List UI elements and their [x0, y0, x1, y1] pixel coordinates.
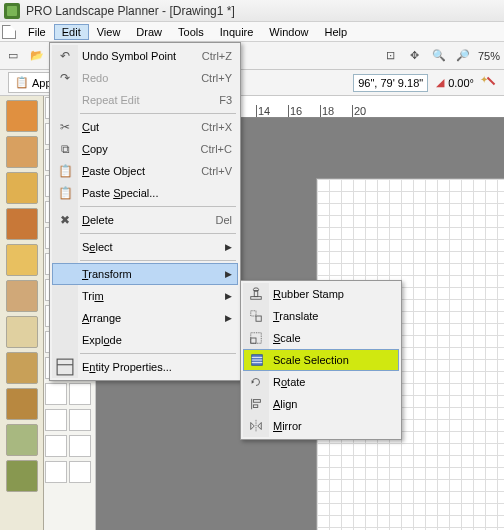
zoom-in-button[interactable]: 🔍 [428, 45, 450, 67]
small-tool-24[interactable] [69, 383, 91, 405]
rubber-stamp-icon [247, 285, 265, 303]
pan-button[interactable]: ✥ [404, 45, 426, 67]
translate-icon [247, 307, 265, 325]
title-bar: PRO Landscape Planner - [Drawing1 *] [0, 0, 504, 22]
svg-rect-16 [253, 405, 257, 408]
menu-file[interactable]: File [20, 24, 54, 40]
chevron-right-icon: ▶ [225, 269, 232, 279]
svg-marker-18 [251, 423, 255, 430]
palette-button-5[interactable] [6, 244, 38, 276]
palette-button-2[interactable] [6, 136, 38, 168]
chevron-right-icon: ▶ [225, 242, 232, 252]
menu-window[interactable]: Window [261, 24, 316, 40]
palette-button-3[interactable] [6, 172, 38, 204]
shortcut: Ctrl+Z [202, 50, 232, 62]
palette-button-7[interactable] [6, 316, 38, 348]
small-tool-27[interactable] [45, 435, 67, 457]
svg-rect-7 [251, 338, 256, 343]
submenu-rubber-stamp[interactable]: Rubber Stamp [243, 283, 399, 305]
menu-copy[interactable]: ⧉ Copy Ctrl+C [52, 138, 238, 160]
zoom-fit-button[interactable]: ⊡ [380, 45, 402, 67]
menu-view[interactable]: View [89, 24, 129, 40]
app-icon [4, 3, 20, 19]
menu-bar: File Edit View Draw Tools Inquire Window… [0, 22, 504, 42]
svg-rect-0 [57, 359, 73, 375]
magic-wand-icon[interactable] [480, 74, 498, 92]
tool-palette [0, 96, 44, 530]
menu-paste-special[interactable]: 📋 Paste Special... [52, 182, 238, 204]
menu-arrange[interactable]: Arrange ▶ [52, 307, 238, 329]
small-tool-25[interactable] [45, 409, 67, 431]
angle-display: ◢ 0.00° [430, 76, 480, 89]
palette-button-4[interactable] [6, 208, 38, 240]
chevron-right-icon: ▶ [225, 313, 232, 323]
svg-rect-15 [253, 400, 260, 403]
submenu-rotate[interactable]: Rotate [243, 371, 399, 393]
svg-rect-5 [251, 311, 256, 316]
small-tool-26[interactable] [69, 409, 91, 431]
small-tool-23[interactable] [45, 383, 67, 405]
menu-transform[interactable]: Transform ▶ [52, 263, 238, 285]
palette-button-1[interactable] [6, 100, 38, 132]
small-tool-29[interactable] [45, 461, 67, 483]
document-icon [2, 25, 16, 39]
menu-inquire[interactable]: Inquire [212, 24, 262, 40]
zoom-level[interactable]: 75% [476, 50, 502, 62]
properties-icon [56, 358, 74, 376]
small-tool-30[interactable] [69, 461, 91, 483]
coordinate-display: 96", 79' 9.18" [353, 74, 428, 92]
svg-marker-19 [258, 423, 262, 430]
submenu-mirror[interactable]: Mirror [243, 415, 399, 437]
menu-draw[interactable]: Draw [128, 24, 170, 40]
new-button[interactable]: ▭ [2, 45, 24, 67]
undo-icon: ↶ [56, 47, 74, 65]
menu-trim[interactable]: Trim ▶ [52, 285, 238, 307]
transform-submenu: Rubber Stamp Translate Scale Scale Selec… [240, 280, 402, 440]
submenu-scale-selection[interactable]: Scale Selection [243, 349, 399, 371]
chevron-right-icon: ▶ [225, 291, 232, 301]
menu-help[interactable]: Help [316, 24, 355, 40]
scale-selection-icon [248, 351, 266, 369]
cut-icon: ✂ [56, 118, 74, 136]
paste-icon: 📋 [56, 162, 74, 180]
palette-button-10[interactable] [6, 424, 38, 456]
menu-select[interactable]: Select ▶ [52, 236, 238, 258]
menu-paste-object[interactable]: 📋 Paste Object Ctrl+V [52, 160, 238, 182]
menu-repeat-edit: Repeat Edit F3 [52, 89, 238, 111]
window-title: PRO Landscape Planner - [Drawing1 *] [26, 4, 235, 18]
open-button[interactable]: 📂 [26, 45, 48, 67]
palette-button-8[interactable] [6, 352, 38, 384]
copy-icon: ⧉ [56, 140, 74, 158]
submenu-align[interactable]: Align [243, 393, 399, 415]
submenu-translate[interactable]: Translate [243, 305, 399, 327]
palette-button-9[interactable] [6, 388, 38, 420]
edit-menu-dropdown: ↶ Undo Symbol Point Ctrl+Z ↷ Redo Ctrl+Y… [49, 42, 241, 381]
scale-icon [247, 329, 265, 347]
palette-button-11[interactable] [6, 460, 38, 492]
align-icon [247, 395, 265, 413]
mirror-icon [247, 417, 265, 435]
menu-cut[interactable]: ✂ Cut Ctrl+X [52, 116, 238, 138]
rotate-icon [247, 373, 265, 391]
menu-entity-properties[interactable]: Entity Properties... [52, 356, 238, 378]
menu-explode[interactable]: Explode [52, 329, 238, 351]
submenu-scale[interactable]: Scale [243, 327, 399, 349]
menu-delete[interactable]: ✖ Delete Del [52, 209, 238, 231]
delete-icon: ✖ [56, 211, 74, 229]
menu-tools[interactable]: Tools [170, 24, 212, 40]
menu-undo[interactable]: ↶ Undo Symbol Point Ctrl+Z [52, 45, 238, 67]
svg-rect-6 [256, 316, 261, 321]
zoom-out-button[interactable]: 🔎 [452, 45, 474, 67]
palette-button-6[interactable] [6, 280, 38, 312]
paste-special-icon: 📋 [56, 184, 74, 202]
small-tool-28[interactable] [69, 435, 91, 457]
menu-edit[interactable]: Edit [54, 24, 89, 40]
redo-icon: ↷ [56, 69, 74, 87]
menu-redo: ↷ Redo Ctrl+Y [52, 67, 238, 89]
